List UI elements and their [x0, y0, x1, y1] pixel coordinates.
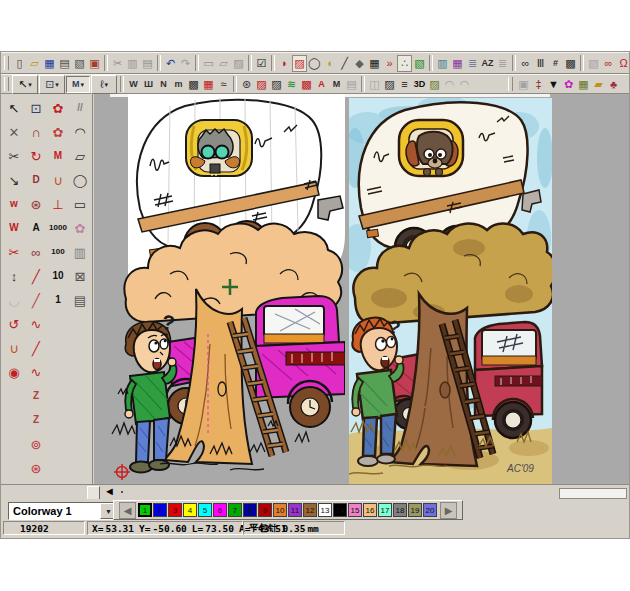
select-reshape-button[interactable]: ▨ — [231, 55, 246, 72]
glasses-tool-button[interactable]: ∞ — [25, 240, 47, 264]
object-list-button[interactable]: ≣ — [465, 55, 480, 72]
zigzag-stitch-tool-1-button[interactable]: ∿ — [25, 312, 47, 336]
palette-swatch-16[interactable]: 16 — [363, 503, 377, 517]
stitch-1-tool-button[interactable]: 1 — [47, 288, 69, 312]
w-baseline-tool-button[interactable]: w — [3, 192, 25, 216]
pattern-wheel-button[interactable]: ⊛ — [239, 76, 254, 93]
rectangle-shape-tool-button[interactable]: ▭ — [69, 192, 91, 216]
letter-fill-button[interactable]: A — [314, 76, 329, 93]
needle-point-button[interactable]: ‡ — [531, 76, 546, 93]
pointer-tool-button[interactable]: ↖ — [3, 96, 25, 120]
layout-list-tool-button[interactable]: ▤ — [69, 288, 91, 312]
palette-swatch-4[interactable]: 4 — [183, 503, 197, 517]
texture-weave-button[interactable]: ▨ — [427, 76, 442, 93]
updown-tool-button[interactable]: ↕ — [3, 264, 25, 288]
travel-marks-button[interactable]: » — [382, 55, 397, 72]
palette-swatch-11[interactable]: 11 — [288, 503, 302, 517]
palette-swatch-7[interactable]: 7 — [228, 503, 242, 517]
save-file-button[interactable]: ▦ — [42, 55, 57, 72]
flower-motif-button[interactable]: ✿ — [561, 76, 576, 93]
hatch-red-button[interactable]: ▨ — [254, 76, 269, 93]
reshape-nodes-button[interactable]: ⊡▾ — [39, 75, 65, 94]
applique-tool-button[interactable]: ◆ — [352, 55, 367, 72]
weave-pattern-button[interactable]: ▨ — [382, 76, 397, 93]
frame-pattern-button[interactable]: ◫ — [367, 76, 382, 93]
palette-swatch-14[interactable]: 14 — [333, 503, 347, 517]
manual-stitch-button[interactable]: ╱ — [337, 55, 352, 72]
layer-lines-button[interactable]: ≡ — [397, 76, 412, 93]
star-points-tool-button[interactable]: ✕ — [3, 120, 25, 144]
satin-fill-button[interactable]: ◗ — [277, 55, 292, 72]
flower-stem-tool-button[interactable]: ✿ — [47, 120, 69, 144]
print-button[interactable]: ▤ — [57, 55, 72, 72]
dash-line-tool-button[interactable]: ╱ — [25, 288, 47, 312]
scatter-stitch-button[interactable]: ∴ — [397, 55, 412, 72]
digitize-pen-button[interactable]: ℓ▾ — [91, 75, 117, 94]
palette-swatch-6[interactable]: 6 — [213, 503, 227, 517]
branch-select-tool-button[interactable]: ✂ — [3, 144, 25, 168]
pattern-wheel-tool-button[interactable]: ⊛ — [25, 192, 47, 216]
stitch-100-tool-button[interactable]: 100 — [47, 240, 69, 264]
line-stitch-tool-2-button[interactable]: ╱ — [25, 336, 47, 360]
palette-swatch-5[interactable]: 5 — [198, 503, 212, 517]
palette-swatch-13[interactable]: 13 — [318, 503, 332, 517]
stitch-list-button[interactable]: ≣ — [495, 55, 510, 72]
dye-jug-tool-button[interactable]: ∪ — [3, 336, 25, 360]
z-shape-tool-2-button[interactable]: Z — [25, 408, 47, 432]
palette-swatch-17[interactable]: 17 — [378, 503, 392, 517]
slant-lines-tool-button[interactable]: // — [69, 96, 91, 120]
curve-fill-button[interactable]: ≋ — [284, 76, 299, 93]
design-properties-button[interactable]: ☑ — [254, 55, 269, 72]
w-cut-tool-button[interactable]: W — [3, 216, 25, 240]
circle-rotate-tool-button[interactable]: ↻ — [25, 144, 47, 168]
show-bitmap-button[interactable]: ▧ — [412, 55, 427, 72]
small-flower-tool-button[interactable]: ✿ — [69, 216, 91, 240]
view-glasses-button[interactable]: ∞ — [601, 55, 616, 72]
scroll-back-arrow-icon[interactable]: ◄ — [104, 485, 115, 497]
toolbar-handle[interactable] — [4, 77, 9, 91]
gear-flower-tool-button[interactable]: ⊛ — [25, 456, 47, 480]
palette-scroll-right-button[interactable]: ▶ — [440, 502, 457, 519]
arch-tool-button[interactable]: ∩ — [25, 120, 47, 144]
export-window-tool-button[interactable]: ▱ — [69, 144, 91, 168]
grid-toggle-button[interactable]: ▦ — [367, 55, 382, 72]
thread-jug-tool-button[interactable]: ∪ — [47, 168, 69, 192]
thread-stand-tool-button[interactable]: ⊥ — [47, 192, 69, 216]
funnel-down-button[interactable]: ▼ — [546, 76, 561, 93]
hoop-omega-button[interactable]: Ω — [616, 55, 630, 72]
stitch-vee-button[interactable]: N — [156, 76, 171, 93]
swatch-grid-button[interactable]: ▦ — [576, 76, 591, 93]
select-object-button[interactable]: ▭ — [201, 55, 216, 72]
forest-trees-button[interactable]: ♣ — [606, 76, 621, 93]
machine-frame-tool-button[interactable]: ▥ — [69, 240, 91, 264]
palette-swatch-1[interactable]: 1 — [138, 503, 152, 517]
stitch-block-button[interactable]: ▩ — [186, 76, 201, 93]
cut-button[interactable]: ✂ — [110, 55, 125, 72]
small-frame-button[interactable]: ▣ — [516, 76, 531, 93]
open-design-folder-button[interactable]: ▰ — [591, 76, 606, 93]
zigzag-arrow-tool-button[interactable]: ↘ — [3, 168, 25, 192]
overlap-grid-tool-button[interactable]: ⊠ — [69, 264, 91, 288]
rotate-ellipse-tool-button[interactable]: ↺ — [3, 312, 25, 336]
color-film-button[interactable]: ▦ — [450, 55, 465, 72]
z-shape-tool-1-button[interactable]: Z — [25, 384, 47, 408]
stitch-bars-button[interactable]: Ⅲ — [533, 55, 548, 72]
stitch-1000-tool-button[interactable]: 1000 — [47, 216, 69, 240]
gear-pair-tool-button[interactable]: ⊚ — [25, 432, 47, 456]
lettering-tool-button[interactable]: A — [25, 216, 47, 240]
ellipse-ghost-1-button[interactable]: ◠ — [442, 76, 457, 93]
tatami-fill-button[interactable]: ▨ — [292, 55, 307, 72]
palette-swatch-18[interactable]: 18 — [393, 503, 407, 517]
stop-hand-tool-button[interactable]: ◉ — [3, 360, 25, 384]
palette-swatch-8[interactable]: 8 — [243, 503, 257, 517]
select-pointer-button[interactable]: ↖▾ — [12, 75, 38, 94]
stitch-wave-button[interactable]: ≈ — [216, 76, 231, 93]
undo-button[interactable]: ↶ — [163, 55, 178, 72]
paste-button[interactable]: ▤ — [140, 55, 155, 72]
stitch-m-button[interactable]: m — [171, 76, 186, 93]
ellipse-ghost-2-button[interactable]: ◠ — [457, 76, 472, 93]
insert-image-button[interactable]: ▣ — [87, 55, 102, 72]
outline-stitch-button[interactable]: ◯ — [307, 55, 322, 72]
stitch-10-tool-button[interactable]: 10 — [47, 264, 69, 288]
toolbar-handle[interactable] — [4, 56, 9, 70]
